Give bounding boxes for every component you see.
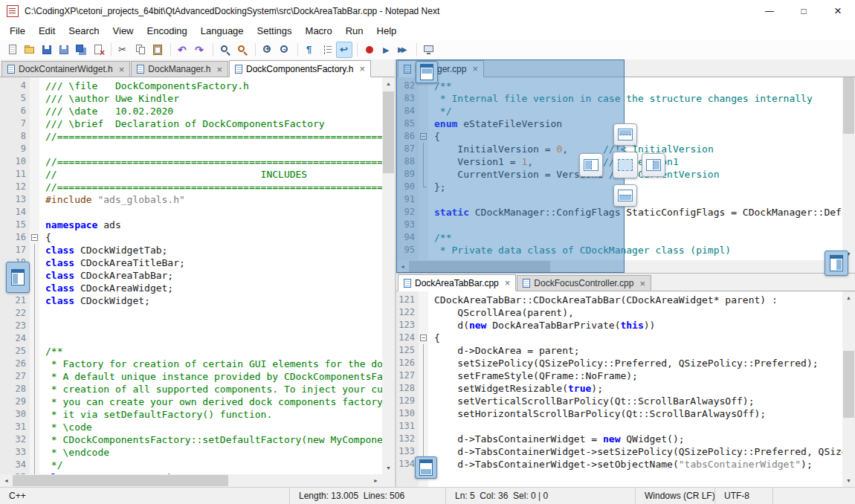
- find-button[interactable]: [217, 42, 233, 58]
- menu-view[interactable]: View: [106, 22, 141, 40]
- undo-button[interactable]: [175, 42, 191, 58]
- tab-dockmanager-h[interactable]: DockManager.h×: [131, 61, 228, 77]
- save-copy-button[interactable]: [56, 42, 72, 58]
- scroll-right-arrow-icon[interactable]: ►: [370, 474, 382, 487]
- vertical-scrollbar[interactable]: ▲ ▼: [842, 291, 855, 487]
- container-drop-indicator-right[interactable]: [825, 251, 848, 276]
- tab-close-icon[interactable]: ×: [639, 279, 645, 288]
- tab-dockareatabbar-cpp[interactable]: DockAreaTabBar.cpp×: [398, 274, 516, 291]
- fold-marker: [30, 395, 39, 408]
- zoom-out-button[interactable]: [277, 42, 293, 58]
- editor-dockcomponentsfactory[interactable]: 4/// \file DockComponentsFactory.h5/// \…: [0, 77, 382, 474]
- code-line: 131: [396, 420, 842, 433]
- copy-button[interactable]: [132, 42, 149, 58]
- file-icon: [235, 65, 242, 74]
- editor-dockareatabbar[interactable]: 121CDockAreaTabBar::CDockAreaTabBar(CDoc…: [396, 291, 842, 487]
- code-line: 17class CDockWidgetTab;: [0, 244, 382, 256]
- file-icon: [137, 65, 144, 74]
- drop-indicator-left[interactable]: [579, 153, 603, 177]
- toolbar: [0, 40, 855, 59]
- fold-marker: [30, 307, 39, 320]
- tab-dockcontainerwidget-h[interactable]: DockContainerWidget.h×: [1, 61, 130, 77]
- fold-marker: [30, 358, 39, 370]
- horizontal-scrollbar[interactable]: ◄ ►: [0, 474, 382, 487]
- tab-dockfocuscontroller-cpp[interactable]: DockFocusController.cpp×: [517, 275, 651, 291]
- menu-help[interactable]: Help: [370, 22, 404, 40]
- play-multi-icon: [398, 44, 410, 56]
- close-file-button[interactable]: [90, 42, 106, 58]
- code-line: 129 setVerticalScrollBarPolicy(Qt::Scrol…: [396, 395, 842, 407]
- fold-marker[interactable]: [30, 231, 39, 244]
- indent-guide-button[interactable]: [319, 42, 335, 58]
- fold-marker: [30, 193, 39, 206]
- line-number: 128: [396, 382, 419, 395]
- menu-file[interactable]: File: [3, 22, 32, 40]
- save-button[interactable]: [39, 42, 55, 58]
- scrollbar-thumb[interactable]: [13, 475, 228, 486]
- word-wrap-button[interactable]: [336, 42, 352, 58]
- file-icon: [404, 279, 411, 288]
- container-drop-indicator-bottom[interactable]: [415, 456, 437, 479]
- vertical-scrollbar[interactable]: ▲ ▼: [842, 59, 855, 260]
- maximize-button[interactable]: □: [787, 0, 821, 22]
- new-file-button[interactable]: [4, 42, 21, 58]
- tab-close-icon[interactable]: ×: [119, 65, 125, 74]
- scrollbar-thumb[interactable]: [843, 74, 854, 134]
- dock-area-left: DockContainerWidget.h×DockManager.h×Dock…: [0, 59, 395, 487]
- close-button[interactable]: ×: [821, 0, 855, 22]
- show-symbols-button[interactable]: [302, 42, 318, 58]
- fold-marker[interactable]: [419, 332, 428, 344]
- tab-close-icon[interactable]: ×: [359, 64, 365, 74]
- cut-button[interactable]: [115, 42, 132, 58]
- play-macro-button[interactable]: [378, 42, 395, 58]
- paste-icon: [152, 44, 164, 56]
- scroll-up-arrow-icon[interactable]: ▲: [842, 291, 855, 304]
- menu-encoding[interactable]: Encoding: [141, 22, 194, 40]
- code-line: 123 d(new DockAreaTabBarPrivate(this)): [396, 319, 842, 332]
- paste-button[interactable]: [149, 42, 166, 58]
- container-drop-indicator-top[interactable]: [416, 61, 438, 83]
- scroll-down-arrow-icon[interactable]: ▼: [382, 462, 395, 474]
- drop-indicator-right[interactable]: [642, 153, 665, 177]
- run-macro-multiple-button[interactable]: [396, 42, 412, 58]
- line-number: 126: [396, 357, 419, 369]
- drop-indicator-top[interactable]: [613, 123, 637, 146]
- replace-button[interactable]: [234, 42, 251, 58]
- line-number: 25: [0, 345, 30, 358]
- menu-macro[interactable]: Macro: [299, 22, 339, 40]
- scroll-left-arrow-icon[interactable]: ◄: [0, 474, 13, 487]
- fold-marker: [419, 420, 428, 433]
- line-number: 125: [396, 344, 419, 357]
- drop-indicator-bottom[interactable]: [613, 184, 637, 207]
- title-bar[interactable]: C:\CodingXP\cetoni_projects_64bit\QtAdva…: [0, 0, 855, 22]
- zoom-in-button[interactable]: [259, 42, 276, 58]
- fold-marker: [419, 357, 428, 369]
- vertical-scrollbar[interactable]: ▲ ▼: [382, 77, 395, 474]
- menu-run[interactable]: Run: [339, 22, 370, 40]
- scrollbar-thumb[interactable]: [843, 351, 854, 418]
- menu-settings[interactable]: Settings: [251, 22, 299, 40]
- tab-close-icon[interactable]: ×: [505, 278, 511, 288]
- code-line: 25/**: [0, 345, 382, 358]
- code-line: 28 * creation of all supported component…: [0, 383, 382, 395]
- open-file-button[interactable]: [22, 42, 38, 58]
- container-drop-bottom-icon: [419, 459, 433, 476]
- fold-marker: [30, 80, 39, 92]
- container-drop-indicator-left[interactable]: [6, 262, 30, 293]
- save-all-button[interactable]: [73, 42, 89, 58]
- fold-marker: [30, 105, 39, 117]
- menu-edit[interactable]: Edit: [32, 22, 62, 40]
- minimize-button[interactable]: —: [752, 0, 787, 22]
- record-macro-button[interactable]: [361, 42, 378, 58]
- redo-button[interactable]: [192, 42, 208, 58]
- tab-close-icon[interactable]: ×: [216, 65, 222, 74]
- scroll-up-arrow-icon[interactable]: ▲: [382, 77, 395, 90]
- tab-dockcomponentsfactory-h[interactable]: DockComponentsFactory.h×: [229, 60, 371, 77]
- drop-indicator-center[interactable]: [613, 152, 638, 178]
- scroll-down-arrow-icon[interactable]: ▼: [842, 474, 855, 487]
- scrollbar-thumb[interactable]: [383, 91, 394, 173]
- fold-marker: [30, 92, 39, 105]
- menu-language[interactable]: Language: [194, 22, 251, 40]
- menu-search[interactable]: Search: [62, 22, 106, 40]
- search-results-button[interactable]: [421, 42, 437, 58]
